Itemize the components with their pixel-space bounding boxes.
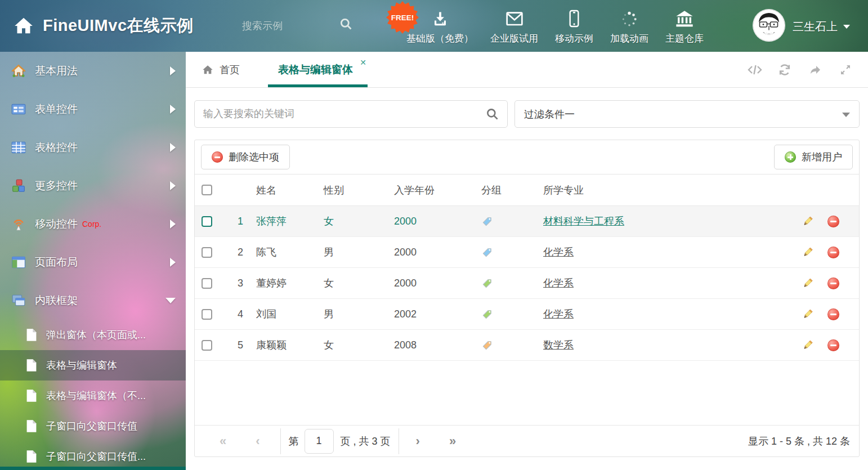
nav-theme-repo[interactable]: 主题仓库 (665, 8, 704, 45)
grid-panel: 删除选中项 新增用户 姓名 性别 入学年份 分组 所学专业 1 张萍萍 (194, 140, 860, 457)
keyword-search-input[interactable] (195, 101, 507, 127)
delete-selected-button[interactable]: 删除选中项 (201, 145, 290, 169)
delete-icon[interactable] (827, 216, 839, 227)
home-icon (11, 64, 26, 78)
sidebar-item-basic-usage[interactable]: 基本用法 (0, 52, 186, 90)
edit-icon[interactable] (802, 277, 813, 289)
code-icon[interactable] (748, 63, 761, 77)
nav-enterprise-trial[interactable]: 企业版试用 (490, 8, 538, 45)
plus-icon (785, 151, 796, 163)
tag-icon (481, 277, 493, 289)
edit-icon[interactable] (802, 247, 813, 258)
row-name: 董婷婷 (245, 276, 313, 290)
row-checkbox[interactable] (202, 309, 212, 320)
search-icon[interactable] (485, 107, 500, 122)
sidebar-subitem-popup-window[interactable]: 弹出窗体（本页面或... (0, 320, 186, 350)
sidebar-item-mobile-controls[interactable]: 移动控件 Corp. (0, 205, 186, 243)
main-content: 首页 表格与编辑窗体 ✕ (186, 52, 868, 470)
app-title: FineUIMvc在线示例 (43, 15, 194, 37)
major-link[interactable]: 化学系 (543, 307, 574, 321)
delete-icon[interactable] (827, 247, 839, 258)
table-row[interactable]: 5 康颖颖 女 2008 数学系 (195, 330, 859, 361)
file-icon (26, 389, 37, 402)
sidebar-item-grid-controls[interactable]: 表格控件 (0, 128, 186, 167)
signal-icon (11, 217, 26, 231)
user-menu[interactable]: 三生石上 (793, 19, 850, 34)
cubes-icon (11, 178, 26, 193)
table-row[interactable]: 3 董婷婷 女 2000 化学系 (195, 268, 859, 299)
sidebar-item-form-controls[interactable]: 表单控件 (0, 90, 186, 128)
chevron-right-icon (170, 105, 176, 114)
prev-page-button[interactable]: ‹ (256, 435, 259, 447)
bank-icon (675, 8, 693, 28)
chevron-right-icon (170, 66, 176, 75)
row-year: 2002 (383, 308, 471, 320)
sidebar-item-more-controls[interactable]: 更多控件 (0, 167, 186, 205)
mobile-icon (569, 8, 580, 28)
tab-grid-edit-window[interactable]: 表格与编辑窗体 ✕ (275, 52, 368, 87)
envelope-icon (505, 8, 524, 28)
sidebar-subitem-child-to-parent[interactable]: 子窗口向父窗口传值 (0, 411, 186, 441)
page-number-input[interactable] (305, 429, 334, 454)
delete-icon[interactable] (827, 277, 839, 289)
row-year: 2008 (383, 339, 471, 351)
column-header-year[interactable]: 入学年份 (383, 183, 471, 197)
divider (399, 428, 399, 454)
sidebar-item-iframes[interactable]: 内联框架 (0, 281, 186, 320)
row-gender: 男 (313, 245, 383, 259)
row-checkbox[interactable] (202, 216, 212, 227)
filter-select[interactable]: 过滤条件一 (514, 100, 860, 128)
next-page-button[interactable]: › (416, 435, 420, 447)
sidebar-subitem-child-to-parent-2[interactable]: 子窗口向父窗口传值... (0, 441, 186, 470)
page-label-suffix: 页 , 共 3 页 (341, 435, 391, 448)
fullscreen-icon[interactable] (839, 63, 852, 77)
row-checkbox[interactable] (202, 247, 212, 258)
delete-icon[interactable] (827, 308, 839, 320)
nav-loading-animations[interactable]: 加载动画 (610, 8, 648, 45)
first-page-button[interactable]: « (220, 435, 226, 447)
table-body: 1 张萍萍 女 2000 材料科学与工程系 (195, 206, 859, 361)
row-gender: 女 (313, 338, 383, 352)
row-checkbox[interactable] (202, 340, 212, 351)
delete-icon[interactable] (827, 339, 839, 351)
tag-icon (481, 247, 493, 258)
row-gender: 男 (313, 307, 383, 321)
sidebar-subitem-grid-edit-window-2[interactable]: 表格与编辑窗体（不... (0, 381, 186, 411)
close-icon[interactable]: ✕ (360, 59, 366, 66)
column-header-gender[interactable]: 性别 (313, 183, 383, 197)
column-header-major[interactable]: 所学专业 (533, 183, 775, 197)
search-icon[interactable] (339, 17, 354, 32)
select-all-checkbox[interactable] (202, 185, 212, 195)
nav-basic-free[interactable]: 基础版（免费） (406, 8, 473, 45)
edit-icon[interactable] (802, 339, 813, 351)
column-header-name[interactable]: 姓名 (245, 183, 313, 197)
nav-mobile-demos[interactable]: 移动示例 (555, 8, 593, 45)
edit-icon[interactable] (802, 308, 813, 320)
table-row[interactable]: 4 刘国 男 2002 化学系 (195, 299, 859, 330)
chevron-down-icon (842, 113, 850, 117)
table-row[interactable]: 1 张萍萍 女 2000 材料科学与工程系 (195, 206, 859, 237)
column-header-group[interactable]: 分组 (471, 183, 533, 197)
tab-home[interactable]: 首页 (202, 52, 240, 87)
home-icon[interactable] (12, 15, 35, 37)
chevron-right-icon (170, 143, 176, 152)
refresh-icon[interactable] (778, 63, 791, 77)
add-user-button[interactable]: 新增用户 (774, 145, 853, 169)
last-page-button[interactable]: » (449, 435, 456, 447)
sidebar-item-page-layout[interactable]: 页面布局 (0, 243, 186, 281)
record-count-summary: 显示 1 - 5 条 , 共 12 条 (748, 435, 850, 448)
major-link[interactable]: 化学系 (543, 245, 574, 259)
row-checkbox[interactable] (202, 278, 212, 289)
chevron-down-icon (843, 25, 850, 29)
header-search-input[interactable] (242, 17, 335, 35)
page-tools (748, 52, 868, 87)
share-icon[interactable] (808, 63, 822, 77)
major-link[interactable]: 材料科学与工程系 (543, 214, 624, 228)
user-name: 三生石上 (793, 19, 838, 34)
avatar[interactable] (753, 9, 785, 42)
major-link[interactable]: 数学系 (543, 338, 574, 352)
table-row[interactable]: 2 陈飞 男 2000 化学系 (195, 237, 859, 268)
sidebar-subitem-grid-edit-window[interactable]: 表格与编辑窗体 (0, 350, 186, 381)
edit-icon[interactable] (802, 216, 813, 227)
major-link[interactable]: 化学系 (543, 276, 574, 290)
